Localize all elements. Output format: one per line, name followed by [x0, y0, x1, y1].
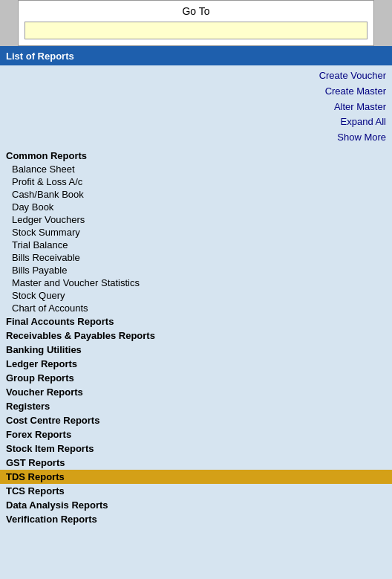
data-analysis-header[interactable]: Data Analysis Reports [0, 498, 392, 512]
cash-bank-book[interactable]: Cash/Bank Book [0, 188, 392, 201]
gst-reports-header[interactable]: GST Reports [0, 456, 392, 470]
goto-title: Go To [24, 5, 368, 17]
verification-reports-header[interactable]: Verification Reports [0, 512, 392, 526]
trial-balance[interactable]: Trial Balance [0, 239, 392, 251]
day-book[interactable]: Day Book [0, 201, 392, 213]
final-accounts-header[interactable]: Final Accounts Reports [0, 314, 392, 329]
banking-utilities-header[interactable]: Banking Utilities [0, 343, 392, 357]
master-voucher-statistics[interactable]: Master and Voucher Statistics [0, 276, 392, 289]
chart-of-accounts[interactable]: Chart of Accounts [0, 302, 392, 314]
goto-input[interactable] [24, 22, 368, 39]
common-reports-header[interactable]: Common Reports [0, 149, 392, 163]
registers-header[interactable]: Registers [0, 399, 392, 413]
cost-centre-header[interactable]: Cost Centre Reports [0, 413, 392, 427]
profit-loss[interactable]: Profit & Loss A/c [0, 175, 392, 188]
reports-list: Common ReportsBalance SheetProfit & Loss… [0, 147, 392, 579]
actions-area: Create Voucher Create Master Alter Maste… [0, 65, 392, 147]
bills-receivable[interactable]: Bills Receivable [0, 251, 392, 264]
receivables-payables-header[interactable]: Receivables & Payables Reports [0, 329, 392, 343]
voucher-reports-header[interactable]: Voucher Reports [0, 385, 392, 399]
stock-item-header[interactable]: Stock Item Reports [0, 441, 392, 456]
tcs-reports-header[interactable]: TCS Reports [0, 484, 392, 498]
outer-wrapper: Go To List of Reports Create Voucher Cre… [0, 0, 392, 579]
expand-all-link[interactable]: Expand All [341, 114, 386, 130]
tds-reports-header[interactable]: TDS Reports [0, 470, 392, 484]
main-panel: List of Reports Create Voucher Create Ma… [0, 46, 392, 579]
show-more-link[interactable]: Show More [337, 130, 386, 146]
ledger-reports-header[interactable]: Ledger Reports [0, 357, 392, 371]
list-header-label: List of Reports [6, 51, 74, 62]
forex-reports-header[interactable]: Forex Reports [0, 427, 392, 441]
ledger-vouchers[interactable]: Ledger Vouchers [0, 213, 392, 226]
create-voucher-link[interactable]: Create Voucher [319, 68, 386, 84]
group-reports-header[interactable]: Group Reports [0, 371, 392, 385]
create-master-link[interactable]: Create Master [325, 84, 386, 100]
goto-section: Go To [18, 0, 374, 46]
stock-summary[interactable]: Stock Summary [0, 226, 392, 239]
list-header: List of Reports [0, 46, 392, 65]
alter-master-link[interactable]: Alter Master [334, 100, 386, 115]
balance-sheet[interactable]: Balance Sheet [0, 163, 392, 175]
stock-query[interactable]: Stock Query [0, 289, 392, 302]
bills-payable[interactable]: Bills Payable [0, 264, 392, 276]
